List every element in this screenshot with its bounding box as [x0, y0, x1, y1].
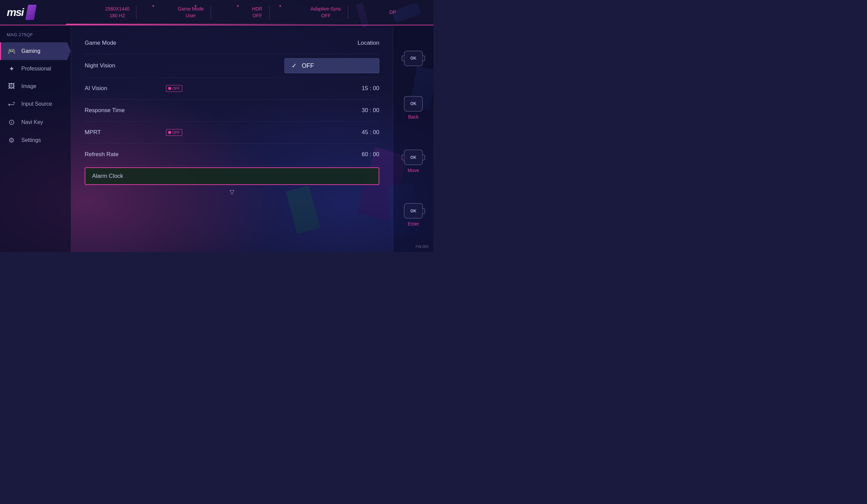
chevron-down-icon: ▽ — [229, 188, 234, 196]
side-tab-right — [422, 55, 425, 61]
mprt-label: MPRT — [85, 129, 159, 136]
image-icon: 🖼 — [7, 82, 16, 90]
logo-area: msi — [7, 5, 75, 20]
menu-header-row: Game Mode Location — [85, 32, 379, 54]
msi-logo: msi — [7, 6, 23, 19]
side-tab-left — [402, 55, 404, 61]
content-area: MAG 275QF 🎮 Gaming ✦ Professional 🖼 Imag… — [0, 25, 434, 252]
ctrl-back[interactable]: OK Back — [404, 96, 422, 120]
adaptive-sync-display: Adaptive-Sync OFF — [304, 6, 348, 19]
menu-row-alarm-clock[interactable]: Alarm Clock — [85, 167, 379, 185]
input-source-icon: ⮐ — [7, 99, 16, 108]
menu-row-response-time[interactable]: Response Time 30 : 00 — [85, 99, 379, 121]
sidebar-item-professional[interactable]: ✦ Professional — [0, 60, 71, 77]
model-name: MAG 275QF — [0, 31, 71, 42]
ok-top-icon[interactable]: OK — [404, 51, 422, 66]
sidebar-item-gaming[interactable]: 🎮 Gaming — [0, 42, 71, 60]
top-info: 2560X1440 180 HZ Game Mode User HDR OFF … — [75, 6, 427, 19]
night-vision-value: OFF — [302, 62, 314, 69]
resolution-display: 2560X1440 180 HZ — [98, 6, 137, 19]
sidebar-item-image[interactable]: 🖼 Image — [0, 77, 71, 95]
ctrl-move[interactable]: OK Move — [404, 150, 422, 173]
scroll-down-indicator[interactable]: ▽ — [85, 185, 379, 199]
ai-vision-toggle[interactable]: OFF — [166, 85, 182, 92]
sidebar-label-professional: Professional — [21, 66, 51, 72]
move-ok-text: OK — [410, 155, 417, 160]
dot-3 — [237, 5, 239, 7]
professional-icon: ✦ — [7, 65, 16, 73]
sidebar-item-navi-key[interactable]: ⊙ Navi Key — [0, 113, 71, 131]
navi-key-icon: ⊙ — [7, 118, 16, 127]
gaming-icon: 🎮 — [7, 47, 16, 55]
mprt-value: 45 : 00 — [339, 129, 379, 136]
menu-row-ai-vision[interactable]: AI Vision OFF 15 : 00 — [85, 77, 379, 99]
top-dots — [152, 5, 281, 7]
sidebar-label-gaming: Gaming — [21, 48, 40, 54]
main-panel: Game Mode Location Night Vision ✓ OFF AI… — [71, 25, 393, 252]
right-controls-panel: OK OK Back OK Move — [393, 25, 434, 252]
sidebar-label-settings: Settings — [21, 137, 41, 143]
dot-2 — [195, 5, 196, 7]
firmware-version: FW.005 — [416, 245, 428, 249]
toggle-dot-icon — [168, 87, 171, 90]
connection-display: DP — [383, 9, 403, 16]
response-time-value: 30 : 00 — [339, 107, 379, 114]
enter-label: Enter — [408, 221, 419, 227]
settings-icon: ⚙ — [7, 136, 16, 144]
alarm-clock-label: Alarm Clock — [92, 173, 123, 179]
ctrl-ok-top[interactable]: OK — [404, 51, 422, 66]
ctrl-enter[interactable]: OK Enter — [404, 203, 422, 227]
back-label: Back — [408, 114, 419, 120]
mprt-toggle-dot-icon — [168, 131, 171, 134]
back-icon[interactable]: OK — [404, 96, 422, 111]
top-bar: msi 2560X1440 180 HZ Game Mode User HDR … — [0, 0, 434, 25]
move-side-tab-left — [402, 155, 404, 160]
logo-shape-icon — [25, 5, 36, 20]
dot-4 — [279, 5, 281, 7]
sidebar-item-input-source[interactable]: ⮐ Input Source — [0, 95, 71, 113]
game-mode-display: Game Mode User — [171, 6, 211, 19]
ai-vision-label: AI Vision — [85, 85, 159, 92]
enter-ok-text: OK — [410, 208, 417, 213]
night-vision-selected-box[interactable]: ✓ OFF — [285, 58, 379, 73]
enter-icon[interactable]: OK — [404, 203, 422, 218]
sidebar-label-input-source: Input Source — [21, 101, 52, 107]
col-location-header: Location — [358, 40, 379, 46]
menu-row-mprt[interactable]: MPRT OFF 45 : 00 — [85, 121, 379, 143]
enter-side-tab-right — [422, 208, 425, 214]
refresh-rate-value: 60 : 00 — [339, 151, 379, 158]
night-vision-label: Night Vision — [85, 62, 159, 69]
ai-vision-value: 15 : 00 — [339, 85, 379, 92]
sidebar-label-navi-key: Navi Key — [21, 119, 43, 125]
refresh-rate-label: Refresh Rate — [85, 151, 159, 158]
move-side-tab-right — [422, 155, 425, 160]
dot-1 — [152, 5, 154, 7]
sidebar-label-image: Image — [21, 83, 36, 89]
sidebar: MAG 275QF 🎮 Gaming ✦ Professional 🖼 Imag… — [0, 25, 71, 252]
hdr-display: HDR OFF — [245, 6, 269, 19]
move-icon[interactable]: OK — [404, 150, 422, 165]
checkmark-icon: ✓ — [292, 62, 297, 69]
back-ok-text: OK — [410, 101, 417, 106]
menu-row-night-vision[interactable]: Night Vision ✓ OFF — [85, 54, 379, 77]
pink-line — [66, 24, 337, 25]
menu-row-refresh-rate[interactable]: Refresh Rate 60 : 00 — [85, 143, 379, 165]
ok-top-text: OK — [410, 56, 417, 61]
sidebar-item-settings[interactable]: ⚙ Settings — [0, 131, 71, 149]
mprt-toggle[interactable]: OFF — [166, 129, 182, 136]
move-label: Move — [407, 168, 419, 173]
col-game-mode-header: Game Mode — [85, 40, 159, 46]
response-time-label: Response Time — [85, 107, 159, 114]
